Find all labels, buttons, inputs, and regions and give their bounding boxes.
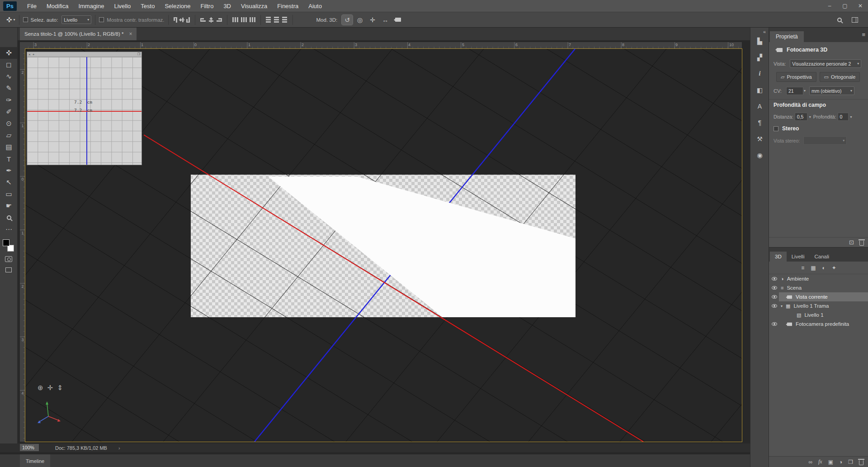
- search-icon[interactable]: [837, 16, 842, 24]
- tree-row-ambiente[interactable]: ◑ Ambiente: [769, 274, 868, 283]
- chevron-down-icon[interactable]: ▾: [850, 115, 852, 119]
- align-right-icon[interactable]: [217, 18, 222, 22]
- brush-tool[interactable]: ✐: [0, 106, 18, 118]
- hand-tool[interactable]: ☛: [0, 200, 18, 212]
- 3d-viewport[interactable]: × + ❒ 7.2 cm 7.2 cm ⊕ ✛ ⇕: [25, 49, 742, 442]
- path-selection-tool[interactable]: ↖: [0, 176, 18, 188]
- auto-select-checkbox[interactable]: [23, 17, 28, 22]
- expand-panels-icon[interactable]: «: [750, 28, 769, 36]
- type-tool[interactable]: T: [0, 153, 18, 165]
- filter-whole-scene-icon[interactable]: ≡: [801, 265, 804, 271]
- distribute-bottom-icon[interactable]: [250, 17, 255, 23]
- filter-materials-icon[interactable]: ◐: [822, 265, 826, 271]
- gradient-tool[interactable]: ▤: [0, 141, 18, 153]
- visibility-eye-icon[interactable]: [772, 295, 777, 299]
- menu-livello[interactable]: Livello: [109, 0, 136, 12]
- current-tool-icon[interactable]: ✜: [6, 16, 12, 24]
- character-panel-icon[interactable]: A: [750, 101, 769, 112]
- distance-input[interactable]: 0,5: [795, 113, 807, 121]
- fov-input[interactable]: 21: [786, 87, 803, 95]
- layer-effects-icon[interactable]: fx: [818, 458, 822, 465]
- menu-file[interactable]: File: [22, 0, 42, 12]
- zoom-tool[interactable]: [0, 212, 18, 224]
- close-icon[interactable]: ✕: [853, 0, 868, 12]
- distribute-top-icon[interactable]: [232, 17, 238, 23]
- 3d-material-panel-icon[interactable]: ◉: [750, 150, 769, 161]
- edit-toolbar-button[interactable]: ⋯: [0, 224, 18, 235]
- pen-tool[interactable]: ✒: [0, 165, 18, 176]
- histogram-panel-icon[interactable]: ▙: [750, 36, 769, 47]
- chevron-down-icon[interactable]: ▾: [809, 115, 811, 119]
- foreground-color-swatch[interactable]: [3, 239, 9, 246]
- axis-gizmo[interactable]: [35, 401, 67, 433]
- tree-row-livello1[interactable]: ▧ Livello 1: [769, 310, 868, 319]
- stereo-checkbox[interactable]: [774, 126, 778, 131]
- eraser-tool[interactable]: ▱: [0, 129, 18, 141]
- menu-visualizza[interactable]: Visualizza: [236, 0, 272, 12]
- tree-row-vista-corrente[interactable]: Vista corrente: [769, 292, 868, 301]
- menu-modifica[interactable]: Modifica: [42, 0, 73, 12]
- screen-mode-button[interactable]: [5, 267, 12, 272]
- view-dropdown[interactable]: Visualizzazione personale 2 ▾: [790, 59, 861, 68]
- filter-lights-icon[interactable]: ✦: [832, 265, 836, 271]
- navigator-panel-icon[interactable]: ▞: [750, 52, 769, 63]
- info-panel-icon[interactable]: i: [750, 68, 769, 79]
- filter-meshes-icon[interactable]: ▦: [811, 265, 816, 271]
- delete-icon[interactable]: [859, 241, 864, 246]
- toggle-fullview-icon[interactable]: ⊡: [849, 239, 854, 246]
- 3d-zoom-camera-icon[interactable]: [392, 15, 403, 25]
- status-options-arrow-icon[interactable]: ›: [118, 445, 120, 451]
- tab-livelli[interactable]: Livelli: [787, 252, 810, 262]
- 3d-roll-camera-icon[interactable]: ◎: [354, 15, 365, 25]
- tab-3d[interactable]: 3D: [770, 252, 787, 262]
- menu-filtro[interactable]: Filtro: [196, 0, 219, 12]
- tree-row-livello1-trama[interactable]: ▾ ▦ Livello 1 Trama: [769, 301, 868, 310]
- show-transform-checkbox[interactable]: [99, 17, 104, 22]
- align-bottom-icon[interactable]: [186, 17, 190, 23]
- perspective-button[interactable]: ▱ Prospettiva: [776, 72, 816, 82]
- workspace-switcher-icon[interactable]: [852, 17, 858, 23]
- orthographic-button[interactable]: ▭ Ortogonale: [820, 72, 860, 82]
- visibility-eye-icon[interactable]: [772, 322, 777, 326]
- visibility-eye-icon[interactable]: [772, 277, 777, 281]
- minimize-icon[interactable]: –: [822, 0, 837, 12]
- quick-selection-tool[interactable]: ✎: [0, 82, 18, 94]
- menu-testo[interactable]: Testo: [136, 0, 160, 12]
- tool-presets-panel-icon[interactable]: ⚒: [750, 133, 769, 144]
- menu-finestra[interactable]: Finestra: [272, 0, 303, 12]
- maximize-icon[interactable]: ▢: [837, 0, 853, 12]
- distribute-hcenter-icon[interactable]: [274, 17, 279, 23]
- adjustment-layer-icon[interactable]: ◑: [839, 459, 842, 465]
- eyedropper-tool[interactable]: ✑: [0, 94, 18, 106]
- lens-dropdown[interactable]: mm (obiettivo) ▾: [809, 86, 854, 95]
- visibility-eye-icon[interactable]: [772, 286, 777, 290]
- tab-properties[interactable]: Proprietà: [770, 31, 804, 42]
- align-vcenter-icon[interactable]: [180, 17, 184, 23]
- color-swatches[interactable]: [2, 239, 15, 253]
- panel-menu-icon[interactable]: ≡: [862, 31, 865, 38]
- shape-tool[interactable]: ▭: [0, 188, 18, 200]
- horizontal-ruler[interactable]: 3 2 1 0 1 2 3 4 5 6 7 8 9 10: [25, 42, 742, 49]
- secondary-view-swap-icon[interactable]: +: [33, 52, 35, 57]
- secondary-view-close-icon[interactable]: ×: [28, 52, 31, 57]
- secondary-view[interactable]: × + ❒ 7.2 cm 7.2 cm: [27, 52, 142, 165]
- zoom-level-field[interactable]: 100%: [20, 444, 39, 451]
- document-tab[interactable]: Senza titolo-1 @ 100% (Livello 1, RGB/8)…: [20, 28, 137, 40]
- tab-close-icon[interactable]: ×: [129, 31, 132, 37]
- menu-aiuto[interactable]: Aiuto: [303, 0, 327, 12]
- orbit-view-icon[interactable]: ⊕: [38, 384, 43, 392]
- quick-mask-button[interactable]: [5, 256, 12, 262]
- new-group-icon[interactable]: ❒: [848, 459, 853, 465]
- tab-canali[interactable]: Canali: [809, 252, 834, 262]
- vertical-ruler[interactable]: 2 1 0 1 2 3 4: [20, 49, 25, 442]
- align-top-icon[interactable]: [174, 17, 177, 23]
- tree-row-fotocamera-predefinita[interactable]: Fotocamera predefinita: [769, 319, 868, 329]
- clone-stamp-tool[interactable]: ⊙: [0, 118, 18, 129]
- pan-view-icon[interactable]: ✛: [47, 384, 53, 392]
- lasso-tool[interactable]: ∿: [0, 71, 18, 82]
- chevron-down-icon[interactable]: ▾: [804, 89, 806, 93]
- align-hcenter-icon[interactable]: [208, 18, 214, 22]
- tree-row-scena[interactable]: ≡ Scena: [769, 283, 868, 292]
- 3d-slide-camera-icon[interactable]: ↔: [380, 15, 391, 25]
- distribute-vcenter-icon[interactable]: [241, 17, 247, 23]
